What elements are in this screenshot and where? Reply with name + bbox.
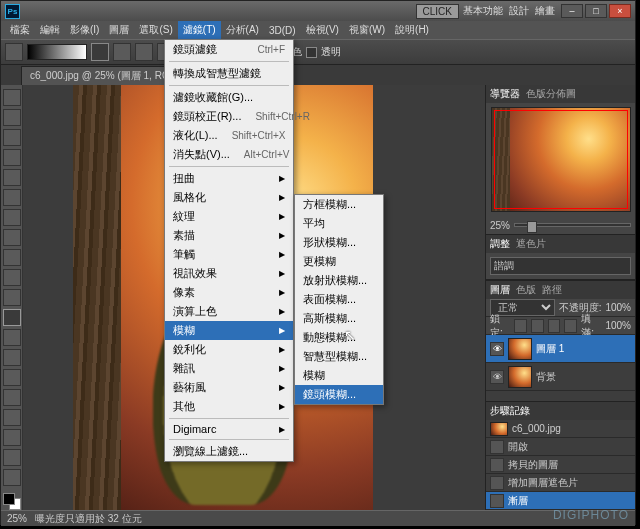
history-step[interactable]: 拷貝的圖層 — [486, 456, 635, 474]
maximize-button[interactable]: □ — [585, 4, 607, 18]
tab-paths[interactable]: 路徑 — [542, 283, 562, 297]
menu-item[interactable]: 消失點(V)...Alt+Ctrl+V — [165, 145, 293, 164]
menu-item[interactable]: 模糊▶ — [165, 321, 293, 340]
adjustment-select[interactable]: 諧調 — [490, 257, 631, 275]
lock-pixels-icon[interactable] — [531, 319, 544, 333]
menu-item[interactable]: 筆觸▶ — [165, 245, 293, 264]
workspace-essentials[interactable]: 基本功能 — [463, 4, 503, 18]
menu-item[interactable]: 其他▶ — [165, 397, 293, 416]
tool-dodge[interactable] — [3, 349, 21, 366]
tool-history-brush[interactable] — [3, 269, 21, 286]
menu-item[interactable]: 鏡頭濾鏡Ctrl+F — [165, 40, 293, 59]
menu-item[interactable]: 更模糊 — [295, 252, 383, 271]
tool-move[interactable] — [3, 89, 21, 106]
tool-brush[interactable] — [3, 229, 21, 246]
menu-item[interactable]: 像素▶ — [165, 283, 293, 302]
tool-pen[interactable] — [3, 369, 21, 386]
tab-navigator[interactable]: 導覽器 — [490, 87, 520, 101]
layer-row[interactable]: 👁背景 — [486, 363, 635, 391]
navigator-thumbnail[interactable] — [491, 107, 631, 212]
navigator-zoom-slider[interactable] — [514, 223, 631, 227]
status-zoom[interactable]: 25% — [7, 513, 27, 524]
menu-item[interactable]: 瀏覽線上濾鏡... — [165, 442, 293, 461]
menu-5[interactable]: 濾鏡(T) — [178, 21, 221, 39]
menu-9[interactable]: 視窗(W) — [344, 21, 390, 39]
tab-adjustments[interactable]: 調整 — [490, 237, 510, 251]
menu-item[interactable]: 方框模糊... — [295, 195, 383, 214]
close-button[interactable]: × — [609, 4, 631, 18]
menu-item[interactable]: 演算上色▶ — [165, 302, 293, 321]
click-badge[interactable]: CLICK — [416, 4, 459, 19]
navigator-viewbox[interactable] — [494, 110, 628, 209]
menu-item[interactable]: 鏡頭校正(R)...Shift+Ctrl+R — [165, 107, 293, 126]
menu-0[interactable]: 檔案 — [5, 21, 35, 39]
menu-item[interactable]: 藝術風▶ — [165, 378, 293, 397]
menu-item[interactable]: 扭曲▶ — [165, 169, 293, 188]
menu-item[interactable]: 模糊 — [295, 366, 383, 385]
opacity-value[interactable]: 100% — [605, 302, 631, 313]
menu-item[interactable]: 動態模糊... — [295, 328, 383, 347]
gradient-swatch[interactable] — [27, 44, 87, 60]
tool-marquee[interactable] — [3, 109, 21, 126]
menu-3[interactable]: 圖層 — [104, 21, 134, 39]
menu-item[interactable]: 轉換成智慧型濾鏡 — [165, 64, 293, 83]
menu-8[interactable]: 檢視(V) — [301, 21, 344, 39]
tool-wand[interactable] — [3, 149, 21, 166]
visibility-icon[interactable]: 👁 — [490, 342, 504, 356]
gradient-angle-icon[interactable] — [135, 43, 153, 61]
menu-item[interactable]: Digimarc▶ — [165, 421, 293, 437]
tab-masks[interactable]: 遮色片 — [516, 237, 546, 251]
menu-item[interactable]: 濾鏡收藏館(G)... — [165, 88, 293, 107]
menu-item[interactable]: 表面模糊... — [295, 290, 383, 309]
fgbg-swatch[interactable] — [3, 493, 21, 510]
tab-layers[interactable]: 圖層 — [490, 283, 510, 297]
lock-all-icon[interactable] — [564, 319, 577, 333]
history-step[interactable]: 開啟 — [486, 438, 635, 456]
menu-item[interactable]: 平均 — [295, 214, 383, 233]
menu-item[interactable]: 視訊效果▶ — [165, 264, 293, 283]
menu-1[interactable]: 編輯 — [35, 21, 65, 39]
menu-2[interactable]: 影像(I) — [65, 21, 104, 39]
layer-row[interactable]: 👁圖層 1 — [486, 335, 635, 363]
tool-blur[interactable] — [3, 329, 21, 346]
tool-stamp[interactable] — [3, 249, 21, 266]
lock-position-icon[interactable] — [548, 319, 561, 333]
menu-item[interactable]: 素描▶ — [165, 226, 293, 245]
tool-crop[interactable] — [3, 169, 21, 186]
workspace-paint[interactable]: 繪畫 — [535, 4, 555, 18]
tool-path[interactable] — [3, 409, 21, 426]
gradient-radial-icon[interactable] — [113, 43, 131, 61]
tab-history[interactable]: 步驟記錄 — [490, 404, 530, 418]
tool-preset-picker[interactable] — [5, 43, 23, 61]
tool-eyedrop[interactable] — [3, 189, 21, 206]
tool-eraser[interactable] — [3, 289, 21, 306]
menu-4[interactable]: 選取(S) — [134, 21, 177, 39]
menu-item[interactable]: 鏡頭模糊... — [295, 385, 383, 404]
menu-item[interactable]: 智慧型模糊... — [295, 347, 383, 366]
tool-hand[interactable] — [3, 449, 21, 466]
visibility-icon[interactable]: 👁 — [490, 370, 504, 384]
history-snapshot[interactable]: c6_000.jpg — [486, 420, 635, 438]
tool-type[interactable] — [3, 389, 21, 406]
menu-10[interactable]: 說明(H) — [390, 21, 434, 39]
lock-transparent-icon[interactable] — [514, 319, 527, 333]
fill-value[interactable]: 100% — [605, 320, 631, 331]
menu-item[interactable]: 紋理▶ — [165, 207, 293, 226]
menu-item[interactable]: 形狀模糊... — [295, 233, 383, 252]
tool-lasso[interactable] — [3, 129, 21, 146]
tool-gradient[interactable] — [3, 309, 21, 326]
history-step[interactable]: 增加圖層遮色片 — [486, 474, 635, 492]
gradient-linear-icon[interactable] — [91, 43, 109, 61]
menu-item[interactable]: 高斯模糊... — [295, 309, 383, 328]
menu-item[interactable]: 液化(L)...Shift+Ctrl+X — [165, 126, 293, 145]
menu-7[interactable]: 3D(D) — [264, 23, 301, 38]
menu-item[interactable]: 放射狀模糊... — [295, 271, 383, 290]
tool-zoom[interactable] — [3, 469, 21, 486]
menu-6[interactable]: 分析(A) — [221, 21, 264, 39]
menu-item[interactable]: 雜訊▶ — [165, 359, 293, 378]
tool-heal[interactable] — [3, 209, 21, 226]
menu-item[interactable]: 銳利化▶ — [165, 340, 293, 359]
minimize-button[interactable]: – — [561, 4, 583, 18]
tab-histogram[interactable]: 色版分佈圖 — [526, 87, 576, 101]
tool-shape[interactable] — [3, 429, 21, 446]
